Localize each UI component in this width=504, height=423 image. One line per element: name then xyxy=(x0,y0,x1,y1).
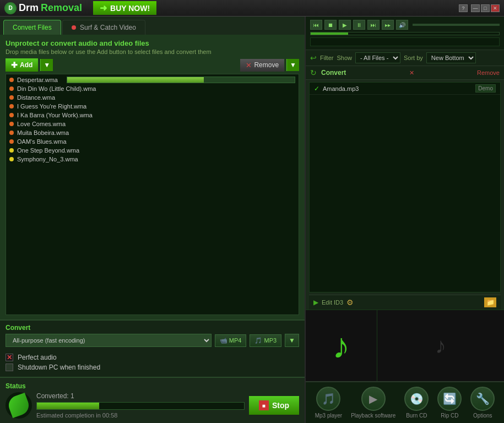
perfect-audio-label: Perfect audio xyxy=(18,354,57,361)
section-sub: Drop media files below or use the Add bu… xyxy=(6,48,299,55)
rip-cd-button[interactable]: 🔄 Rip CD xyxy=(437,387,462,419)
mp3-format-button[interactable]: 🎵 MP3 xyxy=(250,334,281,347)
file-item-5[interactable]: Love Comes.wma xyxy=(7,120,297,128)
more-button[interactable]: ▸▸ xyxy=(382,20,394,30)
arrow-icon: ➜ xyxy=(100,3,107,13)
fast-forward-button[interactable]: ⏭ xyxy=(367,20,380,30)
file-item-8[interactable]: One Step Beyond.wma xyxy=(7,146,297,155)
file-item-4[interactable]: I Ka Barra (Your Work).wma xyxy=(7,111,297,120)
close-button[interactable]: ✕ xyxy=(491,4,500,12)
file-name-1: Din Din Wo (Little Child).wma xyxy=(17,85,96,92)
back-icon[interactable]: ↩ xyxy=(310,53,317,62)
music-note-small-icon: ♪ xyxy=(435,333,446,358)
window-controls: ? — □ ✕ xyxy=(459,4,500,12)
volume-slider[interactable] xyxy=(413,24,500,26)
music-note-large-icon: ♪ xyxy=(333,326,350,366)
file-status-dot-8 xyxy=(9,148,14,153)
file-item-0[interactable]: Despertar.wma xyxy=(7,75,297,84)
player-controls: ⏮ ⏹ ▶ ⏸ ⏭ ▸▸ 🔊 xyxy=(310,20,500,30)
pause-button[interactable]: ⏸ xyxy=(353,20,365,30)
file-item-7[interactable]: OAM's Blues.wma xyxy=(7,137,297,146)
playlist-item-0[interactable]: ✓ Amanda.mp3 Demo xyxy=(310,83,500,95)
tab-convert-files[interactable]: Convert Files xyxy=(3,20,61,35)
mp4-label: MP4 xyxy=(229,337,242,344)
stop-icon: ■ xyxy=(259,400,269,410)
convert-icon: ↻ xyxy=(310,68,317,77)
stop-player-button[interactable]: ⏹ xyxy=(324,20,337,30)
shutdown-row: Shutdown PC when finished xyxy=(6,364,299,371)
leaf-icon xyxy=(6,393,31,418)
perfect-audio-checkbox[interactable]: ✕ xyxy=(6,354,13,361)
remove-button[interactable]: ✕ Remove xyxy=(240,59,284,72)
mp3-player-button[interactable]: 🎵 Mp3 player xyxy=(315,387,342,419)
file-item-3[interactable]: I Guess You're Right.wma xyxy=(7,102,297,111)
tabs: Convert Files Surf & Catch Video xyxy=(0,17,305,35)
file-item-1[interactable]: Din Din Wo (Little Child).wma xyxy=(7,84,297,93)
burn-cd-label: Burn CD xyxy=(406,413,427,419)
sort-select[interactable]: New Bottom xyxy=(426,52,476,63)
format-dropdown-button[interactable]: ▼ xyxy=(285,334,299,347)
file-toolbar: ✚ Add ▼ ✕ Remove ▼ xyxy=(6,58,299,72)
show-label: Show xyxy=(337,55,352,61)
title-bar: D DrmRemoval ➜ BUY NOW! ? — □ ✕ xyxy=(0,0,504,17)
rewind-button[interactable]: ⏮ xyxy=(310,20,322,30)
app-logo: D DrmRemoval xyxy=(4,2,82,14)
main-layout: Convert Files Surf & Catch Video Unprote… xyxy=(0,17,504,423)
mp4-format-button[interactable]: 📹 MP4 xyxy=(215,334,247,347)
mp4-icon: 📹 xyxy=(220,337,227,344)
add-dropdown-button[interactable]: ▼ xyxy=(40,59,53,71)
album-area: ♪ ♪ xyxy=(306,310,504,381)
status-row: Converted: 1 Estimated completion in 00:… xyxy=(6,392,299,419)
stop-label: Stop xyxy=(272,401,289,410)
remove-x-icon: ✕ xyxy=(246,61,252,69)
conversion-progress-bar xyxy=(36,402,245,410)
convert-files-area: Unprotect or convert audio and video fil… xyxy=(0,35,305,319)
file-item-6[interactable]: Muita Bobeira.wma xyxy=(7,128,297,137)
shutdown-checkbox[interactable] xyxy=(6,364,13,371)
filter-bar: ↩ Filter Show - All Files - Sort by New … xyxy=(306,50,504,66)
player-progress-bar[interactable] xyxy=(310,32,500,35)
estimated-text: Estimated completion in 00:58 xyxy=(36,412,245,419)
tab-dot-icon xyxy=(72,25,76,30)
playlist-header: ↻ Convert ✕ Remove xyxy=(306,66,504,80)
burn-cd-button[interactable]: 💿 Burn CD xyxy=(404,387,429,419)
minimize-button[interactable]: — xyxy=(471,4,480,12)
player-progress-fill xyxy=(311,32,348,35)
album-art: ♪ xyxy=(306,310,377,382)
convert-section-label: Convert xyxy=(6,324,299,332)
file-status-dot-6 xyxy=(9,131,14,135)
file-name-2: Distance.wma xyxy=(17,94,55,101)
tab-surf-catch-label: Surf & Catch Video xyxy=(80,24,136,31)
mp3-player-icon: 🎵 xyxy=(316,387,340,411)
rip-cd-icon: 🔄 xyxy=(437,387,462,411)
options-button[interactable]: 🔧 Options xyxy=(470,387,495,419)
playlist-remove-label[interactable]: Remove xyxy=(477,69,500,76)
filter-select[interactable]: - All Files - xyxy=(355,52,400,63)
file-status-dot-4 xyxy=(9,113,14,117)
player-time-track xyxy=(310,37,500,46)
volume-button[interactable]: 🔊 xyxy=(396,20,408,30)
tab-surf-catch[interactable]: Surf & Catch Video xyxy=(62,20,145,35)
play-button[interactable]: ▶ xyxy=(339,20,351,30)
remove-dropdown-button[interactable]: ▼ xyxy=(286,59,299,71)
add-button[interactable]: ✚ Add xyxy=(6,58,38,72)
status-icon xyxy=(6,392,32,419)
playlist-convert-label[interactable]: Convert xyxy=(321,69,346,77)
format-select[interactable]: All-purpose (fast encoding) xyxy=(6,334,212,347)
maximize-button[interactable]: □ xyxy=(481,4,490,12)
gear-icon[interactable]: ⚙ xyxy=(346,298,354,307)
playback-software-button[interactable]: ▶ Playback software xyxy=(351,387,395,419)
sort-label: Sort by xyxy=(404,55,423,61)
file-progress-fill-0 xyxy=(67,77,204,83)
mp3-player-label: Mp3 player xyxy=(315,413,342,419)
stop-button[interactable]: ■ Stop xyxy=(249,396,299,415)
file-status-dot-5 xyxy=(9,122,14,126)
playlist-remove-icon[interactable]: ✕ xyxy=(409,69,414,77)
folder-icon[interactable]: 📁 xyxy=(484,297,496,307)
file-item-2[interactable]: Distance.wma xyxy=(7,93,297,102)
perfect-audio-row: ✕ Perfect audio xyxy=(6,354,299,361)
buy-now-button[interactable]: ➜ BUY NOW! xyxy=(93,1,156,15)
file-item-9[interactable]: Symphony_No_3.wma xyxy=(7,155,297,164)
help-button[interactable]: ? xyxy=(459,4,468,12)
mp3-label: MP3 xyxy=(264,337,277,344)
